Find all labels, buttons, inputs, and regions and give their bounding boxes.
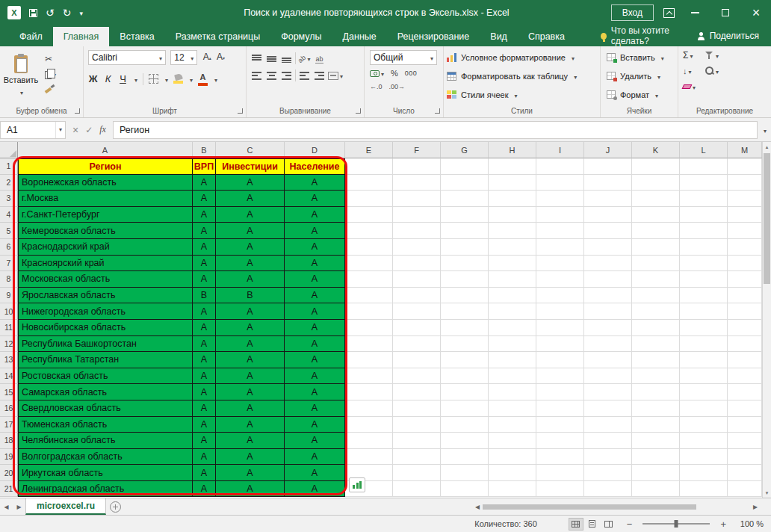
- comma-style-button[interactable]: 000: [405, 69, 418, 77]
- cell-C9[interactable]: В: [216, 288, 285, 304]
- row-header-15[interactable]: 15: [0, 384, 18, 400]
- cell-L17[interactable]: [680, 417, 728, 433]
- cell-D7[interactable]: А: [285, 256, 345, 272]
- cell-H15[interactable]: [489, 384, 536, 400]
- column-header-G[interactable]: G: [441, 142, 489, 158]
- zoom-slider-thumb[interactable]: [675, 520, 678, 528]
- cell-D12[interactable]: А: [285, 336, 345, 353]
- quick-analysis-button[interactable]: [349, 477, 365, 492]
- row-header-10[interactable]: 10: [0, 303, 18, 320]
- sheet-nav-next-button[interactable]: [13, 498, 25, 515]
- insert-cells-button[interactable]: Вставить: [607, 49, 672, 66]
- cell-F12[interactable]: [393, 336, 441, 353]
- cell-E19[interactable]: [345, 449, 393, 466]
- cell-J4[interactable]: [584, 207, 632, 223]
- tab-home[interactable]: Главная: [53, 27, 110, 46]
- row-header-16[interactable]: 16: [0, 400, 18, 417]
- cell-K11[interactable]: [632, 320, 680, 336]
- cell-A4[interactable]: г.Санкт-Петербург: [18, 207, 193, 223]
- cell-J12[interactable]: [584, 336, 632, 353]
- cell-A6[interactable]: Краснодарский край: [18, 239, 193, 256]
- cell-B21[interactable]: А: [193, 481, 216, 498]
- cell-H20[interactable]: [489, 465, 536, 481]
- cell-D17[interactable]: А: [285, 417, 345, 433]
- cell-B3[interactable]: А: [193, 191, 216, 207]
- conditional-formatting-button[interactable]: Условное форматирование: [447, 49, 597, 66]
- cell-H14[interactable]: [489, 368, 536, 385]
- cell-G16[interactable]: [441, 400, 489, 417]
- cell-C3[interactable]: А: [216, 191, 285, 207]
- name-box[interactable]: A1: [0, 121, 66, 139]
- cell-D15[interactable]: А: [285, 384, 345, 400]
- cell-L19[interactable]: [680, 449, 728, 466]
- cell-G10[interactable]: [441, 303, 489, 320]
- cell-I18[interactable]: [536, 433, 584, 449]
- font-name-select[interactable]: Calibri: [88, 50, 166, 65]
- cell-L5[interactable]: [680, 223, 728, 239]
- cell-B10[interactable]: А: [193, 303, 216, 320]
- cell-M15[interactable]: [728, 384, 762, 400]
- cell-B17[interactable]: А: [193, 417, 216, 433]
- cell-B7[interactable]: А: [193, 256, 216, 272]
- scroll-down-icon[interactable]: [763, 488, 771, 498]
- cell-J16[interactable]: [584, 400, 632, 417]
- cell-A2[interactable]: Воронежская область: [18, 175, 193, 191]
- cell-F18[interactable]: [393, 433, 441, 449]
- decrease-decimal-button[interactable]: [389, 81, 406, 90]
- cell-E9[interactable]: [345, 288, 393, 304]
- cell-I19[interactable]: [536, 449, 584, 466]
- cell-K5[interactable]: [632, 223, 680, 239]
- cell-F1[interactable]: [393, 158, 441, 175]
- tab-review[interactable]: Рецензирование: [387, 27, 480, 46]
- cell-E12[interactable]: [345, 336, 393, 353]
- cell-F19[interactable]: [393, 449, 441, 466]
- cell-H6[interactable]: [489, 239, 536, 256]
- cell-G3[interactable]: [441, 191, 489, 207]
- cell-I16[interactable]: [536, 400, 584, 417]
- cell-F9[interactable]: [393, 288, 441, 304]
- cell-J19[interactable]: [584, 449, 632, 466]
- align-left-button[interactable]: [250, 69, 263, 81]
- cell-E7[interactable]: [345, 256, 393, 272]
- cell-L7[interactable]: [680, 256, 728, 272]
- cell-K19[interactable]: [632, 449, 680, 466]
- cell-D20[interactable]: А: [285, 465, 345, 481]
- cell-I9[interactable]: [536, 288, 584, 304]
- decrease-font-size-button[interactable]: [217, 52, 225, 62]
- cell-L10[interactable]: [680, 303, 728, 320]
- cell-J8[interactable]: [584, 271, 632, 288]
- cell-C10[interactable]: А: [216, 303, 285, 320]
- cell-K21[interactable]: [632, 481, 680, 498]
- share-button[interactable]: Поделиться: [697, 31, 771, 41]
- cell-I13[interactable]: [536, 352, 584, 368]
- cell-L4[interactable]: [680, 207, 728, 223]
- cell-A21[interactable]: Ленинградская область: [18, 481, 193, 498]
- cell-I17[interactable]: [536, 417, 584, 433]
- cell-M3[interactable]: [728, 191, 762, 207]
- cell-D16[interactable]: А: [285, 400, 345, 417]
- cell-E1[interactable]: [345, 158, 393, 175]
- column-header-H[interactable]: H: [489, 142, 536, 158]
- cell-H3[interactable]: [489, 191, 536, 207]
- horizontal-scroll-track[interactable]: [483, 504, 750, 510]
- column-header-A[interactable]: A: [18, 142, 193, 158]
- row-header-8[interactable]: 8: [0, 271, 18, 288]
- row-header-11[interactable]: 11: [0, 320, 18, 336]
- cell-B20[interactable]: А: [193, 465, 216, 481]
- cell-J2[interactable]: [584, 175, 632, 191]
- zoom-in-button[interactable]: [720, 519, 726, 530]
- cell-A17[interactable]: Тюменская область: [18, 417, 193, 433]
- cell-J3[interactable]: [584, 191, 632, 207]
- cell-J11[interactable]: [584, 320, 632, 336]
- cell-K10[interactable]: [632, 303, 680, 320]
- cell-I2[interactable]: [536, 175, 584, 191]
- cell-M16[interactable]: [728, 400, 762, 417]
- cell-B9[interactable]: В: [193, 288, 216, 304]
- cell-B14[interactable]: А: [193, 368, 216, 385]
- cell-M4[interactable]: [728, 207, 762, 223]
- cell-B11[interactable]: А: [193, 320, 216, 336]
- format-painter-button[interactable]: [45, 83, 56, 94]
- cell-C17[interactable]: А: [216, 417, 285, 433]
- fill-button[interactable]: [683, 65, 696, 76]
- cell-A15[interactable]: Самарская область: [18, 384, 193, 400]
